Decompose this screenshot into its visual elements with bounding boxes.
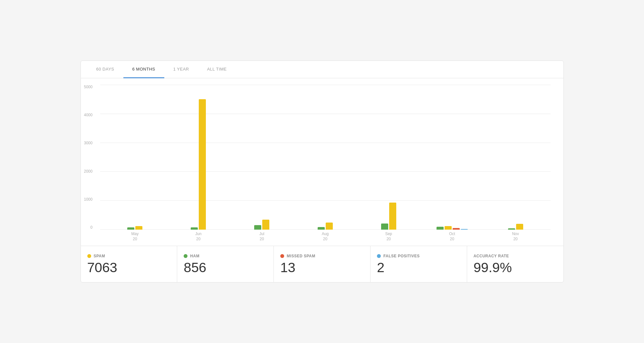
x-label-may: May20: [103, 230, 167, 243]
bars-nov: [484, 224, 547, 230]
bar-spam-nov: [516, 224, 523, 230]
bars-area: [100, 85, 551, 230]
month-group-aug: [293, 223, 357, 230]
legend-dot-ham: [184, 254, 187, 258]
y-label-3000: 3000: [84, 141, 93, 145]
main-card: 60 DAYS 6 MONTHS 1 YEAR ALL TIME 5000 40…: [81, 61, 564, 282]
bar-spam-oct: [445, 226, 452, 230]
month-group-jun: [167, 99, 230, 230]
bar-spam-jun: [199, 99, 206, 230]
bar-spam-jul: [262, 220, 269, 230]
y-label-5000: 5000: [84, 85, 93, 89]
month-group-may: [103, 226, 167, 230]
stat-value-false-positives: 2: [377, 261, 384, 274]
tabs-container: 60 DAYS 6 MONTHS 1 YEAR ALL TIME: [81, 61, 563, 78]
stat-label-row-accuracy: ACCURACY RATE: [474, 254, 509, 258]
chart-container: 5000 4000 3000 2000 1000 0 May20Ju: [81, 78, 563, 246]
tab-alltime[interactable]: ALL TIME: [198, 61, 236, 78]
stat-value-missed-spam: 13: [280, 261, 295, 274]
x-label-sep: Sep20: [357, 230, 420, 243]
bar-ham-aug: [318, 227, 325, 230]
legend-dot-false-positives: [377, 254, 381, 258]
x-axis: May20Jun20Jul20Aug20Sep20Oct20Nov20: [100, 230, 551, 243]
bars-aug: [293, 223, 357, 230]
y-label-2000: 2000: [84, 169, 93, 174]
bar-spam-sep: [389, 203, 396, 230]
bar-ham-jul: [254, 225, 261, 230]
month-group-nov: [484, 224, 547, 230]
stat-value-spam: 7063: [87, 261, 117, 274]
stat-cell-false-positives: FALSE POSITIVES2: [370, 246, 467, 282]
y-axis: 5000 4000 3000 2000 1000 0: [84, 85, 93, 230]
legend-dot-missed-spam: [280, 254, 284, 258]
bars-jun: [167, 99, 230, 230]
stat-value-accuracy: 99.9%: [474, 261, 512, 274]
stat-label-row-false-positives: FALSE POSITIVES: [377, 254, 420, 258]
tab-6months[interactable]: 6 MONTHS: [123, 61, 164, 78]
stat-label-accuracy: ACCURACY RATE: [474, 254, 509, 258]
x-label-aug: Aug20: [293, 230, 357, 243]
bar-ham-sep: [381, 224, 388, 230]
month-group-sep: [357, 203, 420, 230]
chart-area: 5000 4000 3000 2000 1000 0 May20Ju: [100, 85, 551, 243]
tab-60days[interactable]: 60 DAYS: [87, 61, 123, 78]
stat-label-row-spam: SPAM: [87, 254, 105, 258]
bar-ham-oct: [437, 227, 444, 230]
bar-ham-jun: [191, 227, 198, 230]
bars-oct: [420, 226, 484, 230]
bar-spam-may: [135, 226, 142, 230]
stats-footer: SPAM7063HAM856MISSED SPAM13FALSE POSITIV…: [81, 246, 563, 282]
stat-cell-missed-spam: MISSED SPAM13: [274, 246, 370, 282]
bars-sep: [357, 203, 420, 230]
x-label-jul: Jul20: [230, 230, 293, 243]
y-label-1000: 1000: [84, 197, 93, 202]
stat-label-row-missed-spam: MISSED SPAM: [280, 254, 315, 258]
stat-cell-ham: HAM856: [177, 246, 274, 282]
stat-label-missed-spam: MISSED SPAM: [287, 254, 315, 258]
stat-value-ham: 856: [184, 261, 206, 274]
x-label-oct: Oct20: [420, 230, 484, 243]
stat-label-row-ham: HAM: [184, 254, 199, 258]
x-label-jun: Jun20: [167, 230, 230, 243]
stat-label-ham: HAM: [190, 254, 199, 258]
bars-jul: [230, 220, 293, 230]
month-group-jul: [230, 220, 293, 230]
tab-1year[interactable]: 1 YEAR: [164, 61, 198, 78]
legend-dot-spam: [87, 254, 91, 258]
bars-may: [103, 226, 167, 230]
bar-spam-aug: [326, 223, 333, 230]
bar-ham-may: [127, 227, 134, 230]
stat-cell-accuracy: ACCURACY RATE99.9%: [467, 246, 563, 282]
stat-label-false-positives: FALSE POSITIVES: [383, 254, 420, 258]
y-label-4000: 4000: [84, 113, 93, 117]
x-label-nov: Nov20: [484, 230, 547, 243]
y-label-0: 0: [91, 225, 93, 230]
stat-label-spam: SPAM: [94, 254, 105, 258]
stat-cell-spam: SPAM7063: [81, 246, 178, 282]
month-group-oct: [420, 226, 484, 230]
